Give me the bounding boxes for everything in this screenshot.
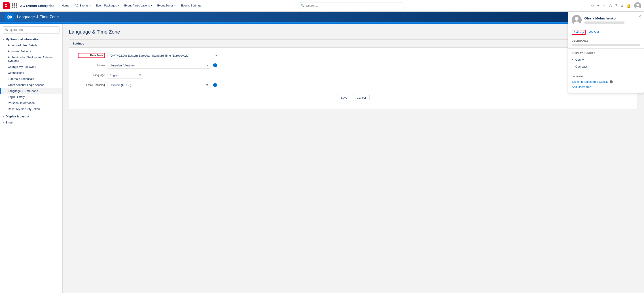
- svg-rect-1: [6, 4, 8, 5]
- bell-icon[interactable]: 🔔: [626, 4, 631, 8]
- settings-card-header: Settings: [69, 40, 638, 48]
- form-row-email-encoding: Email Encoding Unicode (UTF-8) i: [78, 82, 628, 88]
- username-bar: [572, 44, 640, 46]
- sidebar-section-display-layout[interactable]: ▸ Display & Layout: [0, 114, 62, 120]
- setup-icon[interactable]: ⬡: [609, 4, 612, 8]
- form-row-locale: Locale Ukrainian (Ukraine) i: [78, 62, 628, 69]
- divider-2: [568, 72, 644, 72]
- sidebar: 🔍 ▾ My Personal Information Advanced Use…: [0, 24, 62, 293]
- sidebar-item-approver-settings[interactable]: Approver Settings: [0, 48, 62, 54]
- form-row-timezone: Time Zone (GMT+02:00) Eastern European S…: [78, 52, 628, 59]
- dropdown-user-info: Olesia Melnichenko: [584, 16, 640, 24]
- dropdown-header: Olesia Melnichenko ✕: [568, 12, 644, 28]
- nav-events-settings[interactable]: Events Settings: [178, 0, 204, 12]
- svg-point-9: [9, 16, 10, 18]
- svg-rect-2: [5, 6, 6, 7]
- chevron-down-icon: ▾: [3, 38, 4, 40]
- nav-event-zones[interactable]: Event Zones: [154, 0, 178, 12]
- sidebar-item-personal-info[interactable]: Personal Information: [0, 100, 62, 106]
- settings-card: Settings Time Zone (GMT+02:00) Eastern E…: [69, 39, 638, 109]
- dropdown-icon[interactable]: ▾: [597, 4, 599, 8]
- user-avatar[interactable]: [634, 2, 641, 10]
- form-row-language: Language English: [78, 72, 628, 78]
- dropdown-user-name: Olesia Melnichenko: [584, 16, 640, 20]
- language-label: Language: [78, 74, 105, 77]
- sidebar-item-change-password[interactable]: Change My Password: [0, 64, 62, 70]
- search-input[interactable]: [306, 4, 402, 8]
- nav-links: Home AC Events Event Packages Event Part…: [59, 0, 204, 12]
- help-icon[interactable]: ?: [615, 4, 617, 8]
- dropdown-action-links: Settings Log Out: [568, 28, 644, 37]
- add-icon[interactable]: ＋: [602, 3, 606, 8]
- nav-event-participations[interactable]: Event Participations: [122, 0, 154, 12]
- form-actions: Save Cancel: [78, 92, 628, 104]
- sidebar-item-login-history[interactable]: Login History: [0, 94, 62, 100]
- settings-gear-icon[interactable]: ⚙: [620, 4, 624, 8]
- settings-link[interactable]: Settings: [572, 30, 586, 35]
- nav-home[interactable]: Home: [59, 0, 72, 12]
- sidebar-item-connections[interactable]: Connections: [0, 70, 62, 76]
- logout-link[interactable]: Log Out: [588, 30, 599, 35]
- sidebar-section-email[interactable]: ▸ Email: [0, 120, 62, 126]
- density-options: Comfy Compact: [568, 55, 644, 71]
- density-compact[interactable]: Compact: [568, 63, 644, 70]
- sidebar-search-box: 🔍: [3, 26, 60, 34]
- sidebar-item-advanced-user-details[interactable]: Advanced User Details: [0, 42, 62, 48]
- search-bar: 🔍: [298, 2, 405, 10]
- app-logo: [3, 2, 10, 10]
- dropdown-options: Switch to Salesforce Classic i Add Usern…: [568, 79, 644, 92]
- timezone-label: Time Zone: [78, 53, 105, 58]
- dropdown-user-sub: [584, 22, 624, 24]
- svg-rect-0: [5, 4, 6, 5]
- sidebar-item-external-credentials[interactable]: External Credentials: [0, 76, 62, 82]
- divider-1: [568, 48, 644, 48]
- save-button[interactable]: Save: [337, 94, 351, 101]
- display-density-title: DISPLAY DENSITY: [568, 50, 644, 55]
- chevron-right-icon-2: ▸: [3, 121, 4, 124]
- usernames-section-title: USERNAMES: [568, 37, 644, 43]
- layout: 🔍 ▾ My Personal Information Advanced Use…: [0, 24, 644, 293]
- locale-info-button[interactable]: i: [213, 63, 217, 67]
- language-select[interactable]: English: [108, 72, 143, 78]
- locale-label: Locale: [78, 64, 105, 67]
- banner-title: Language & Time Zone: [17, 15, 59, 20]
- sidebar-item-language-timezone[interactable]: Language & Time Zone: [0, 88, 62, 94]
- page-title: Language & Time Zone: [69, 29, 638, 35]
- email-encoding-info-button[interactable]: i: [213, 83, 217, 87]
- locale-select[interactable]: Ukrainian (Ukraine): [108, 62, 210, 69]
- grid-icon[interactable]: [12, 3, 17, 8]
- cancel-button[interactable]: Cancel: [353, 94, 370, 101]
- sidebar-item-reset-token[interactable]: Reset My Security Token: [0, 106, 62, 112]
- dropdown-avatar: [572, 15, 582, 25]
- options-title: OPTIONS: [568, 73, 644, 79]
- email-encoding-select[interactable]: Unicode (UTF-8): [108, 82, 210, 88]
- add-username-option[interactable]: Add Username: [572, 85, 640, 88]
- svg-point-11: [575, 17, 578, 20]
- sidebar-item-grant-access[interactable]: Grant Account Login Access: [0, 82, 62, 88]
- classic-info-icon: i: [610, 80, 613, 84]
- svg-rect-3: [6, 6, 8, 7]
- density-comfy[interactable]: Comfy: [568, 56, 644, 63]
- settings-form: Time Zone (GMT+02:00) Eastern European S…: [69, 48, 638, 109]
- nav-ac-events[interactable]: AC Events: [72, 0, 93, 12]
- banner-icon: [5, 13, 14, 21]
- star-icon[interactable]: ☆: [591, 4, 594, 8]
- app-name: AC Events Enterprise: [20, 4, 54, 8]
- sidebar-items-personal: Advanced User Details Approver Settings …: [0, 42, 62, 112]
- top-icons: ☆ ▾ ＋ ⬡ ? ⚙ 🔔: [591, 2, 641, 10]
- sidebar-search-input[interactable]: [10, 28, 57, 32]
- email-encoding-label: Email Encoding: [78, 84, 105, 86]
- main-content: Language & Time Zone Settings Time Zone …: [62, 24, 644, 293]
- sidebar-section-my-personal-info[interactable]: ▾ My Personal Information: [0, 36, 62, 42]
- switch-classic-option[interactable]: Switch to Salesforce Classic i: [572, 80, 640, 84]
- top-nav: AC Events Enterprise Home AC Events Even…: [0, 0, 644, 12]
- nav-event-packages[interactable]: Event Packages: [93, 0, 122, 12]
- sidebar-item-auth-settings[interactable]: Authentication Settings for External Sys…: [0, 54, 62, 64]
- user-dropdown-panel: Olesia Melnichenko ✕ Settings Log Out US…: [568, 12, 644, 93]
- timezone-select[interactable]: (GMT+02:00) Eastern European Standard Ti…: [108, 52, 219, 59]
- sidebar-search-icon: 🔍: [5, 28, 8, 32]
- banner: Language & Time Zone: [0, 12, 644, 22]
- close-icon[interactable]: ✕: [638, 14, 642, 19]
- svg-point-5: [636, 4, 639, 6]
- chevron-right-icon: ▸: [3, 115, 4, 118]
